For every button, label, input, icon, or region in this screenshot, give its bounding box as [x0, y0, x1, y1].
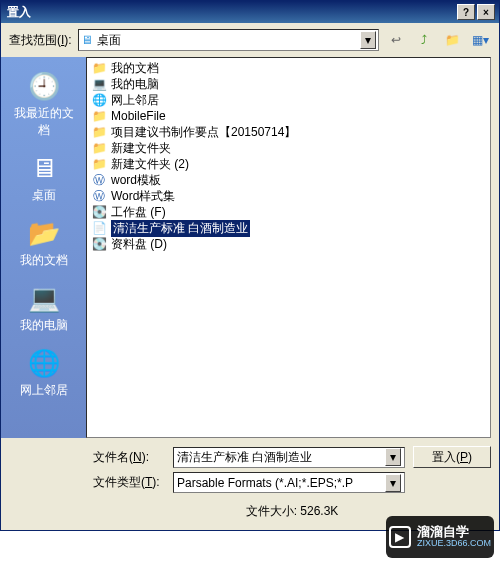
file-item[interactable]: 📁项目建议书制作要点【20150714】 [89, 124, 488, 140]
file-name: word模板 [111, 172, 161, 189]
lookin-toolbar: 查找范围(I): 🖥 桌面 ▾ ↩ ⤴ 📁 ▦▾ [1, 23, 499, 57]
computer-icon: 💻 [27, 281, 61, 315]
lookin-value: 桌面 [97, 32, 121, 49]
file-item[interactable]: 💻我的电脑 [89, 76, 488, 92]
file-name: 项目建议书制作要点【20150714】 [111, 124, 296, 141]
view-menu-icon[interactable]: ▦▾ [469, 29, 491, 51]
desktop-icon: 🖥 [27, 151, 61, 185]
chevron-down-icon[interactable]: ▾ [385, 474, 401, 492]
place-dialog: 置入 ? × 查找范围(I): 🖥 桌面 ▾ ↩ ⤴ 📁 ▦▾ 🕘 我最近的文档… [0, 0, 500, 531]
file-name: MobileFile [111, 109, 166, 123]
place-button[interactable]: 置入(P) [413, 446, 491, 468]
file-item[interactable]: ⓌWord样式集 [89, 188, 488, 204]
back-icon[interactable]: ↩ [385, 29, 407, 51]
recent-icon: 🕘 [27, 69, 61, 103]
file-type-icon: 📁 [91, 156, 107, 172]
filesize-value: 526.3K [300, 504, 338, 518]
file-name: 我的电脑 [111, 76, 159, 93]
watermark: ▶ 溜溜自学 ZIXUE.3D66.COM [386, 516, 494, 558]
filetype-label: 文件类型(T): [93, 474, 165, 491]
sidebar-item-computer[interactable]: 💻 我的电脑 [9, 277, 79, 338]
file-name: 工作盘 (F) [111, 204, 166, 221]
file-item[interactable]: 📁MobileFile [89, 108, 488, 124]
filetype-combo[interactable]: Parsable Formats (*.AI;*.EPS;*.P ▾ [173, 472, 405, 493]
file-type-icon: 📁 [91, 124, 107, 140]
file-type-icon: 🌐 [91, 92, 107, 108]
places-sidebar: 🕘 我最近的文档 🖥 桌面 📂 我的文档 💻 我的电脑 🌐 网上邻居 [1, 57, 86, 438]
sidebar-item-mydocs[interactable]: 📂 我的文档 [9, 212, 79, 273]
play-icon: ▶ [389, 526, 411, 548]
file-item[interactable]: 💽工作盘 (F) [89, 204, 488, 220]
chevron-down-icon[interactable]: ▾ [360, 31, 376, 49]
file-item[interactable]: 📁新建文件夹 (2) [89, 156, 488, 172]
file-name: 清洁生产标准 白酒制造业 [111, 220, 250, 237]
file-item[interactable]: 📁新建文件夹 [89, 140, 488, 156]
sidebar-item-network[interactable]: 🌐 网上邻居 [9, 342, 79, 403]
lookin-label: 查找范围(I): [9, 32, 72, 49]
file-name: 资料盘 (D) [111, 236, 167, 253]
chevron-down-icon[interactable]: ▾ [385, 448, 401, 466]
file-item[interactable]: 📄清洁生产标准 白酒制造业 [89, 220, 488, 236]
up-icon[interactable]: ⤴ [413, 29, 435, 51]
file-item[interactable]: Ⓦword模板 [89, 172, 488, 188]
new-folder-icon[interactable]: 📁 [441, 29, 463, 51]
file-name: 我的文档 [111, 60, 159, 77]
filename-label: 文件名(N): [93, 449, 165, 466]
file-item[interactable]: 🌐网上邻居 [89, 92, 488, 108]
network-icon: 🌐 [27, 346, 61, 380]
file-name: 新建文件夹 (2) [111, 156, 189, 173]
help-button[interactable]: ? [457, 4, 475, 20]
file-type-icon: Ⓦ [91, 188, 107, 204]
filename-input[interactable]: 清洁生产标准 白酒制造业 ▾ [173, 447, 405, 468]
file-type-icon: 💽 [91, 204, 107, 220]
file-type-icon: 💻 [91, 76, 107, 92]
file-type-icon: 💽 [91, 236, 107, 252]
file-name: 网上邻居 [111, 92, 159, 109]
file-type-icon: Ⓦ [91, 172, 107, 188]
lookin-combo[interactable]: 🖥 桌面 ▾ [78, 29, 379, 51]
file-type-icon: 📁 [91, 60, 107, 76]
mydocs-icon: 📂 [27, 216, 61, 250]
file-item[interactable]: 📁我的文档 [89, 60, 488, 76]
sidebar-item-recent[interactable]: 🕘 我最近的文档 [9, 65, 79, 143]
sidebar-item-desktop[interactable]: 🖥 桌面 [9, 147, 79, 208]
titlebar: 置入 ? × [1, 1, 499, 23]
file-item[interactable]: 💽资料盘 (D) [89, 236, 488, 252]
close-button[interactable]: × [477, 4, 495, 20]
file-name: 新建文件夹 [111, 140, 171, 157]
desktop-icon: 🖥 [81, 33, 93, 47]
file-type-icon: 📄 [91, 220, 107, 236]
file-type-icon: 📁 [91, 108, 107, 124]
file-type-icon: 📁 [91, 140, 107, 156]
file-list-area[interactable]: 📁我的文档💻我的电脑🌐网上邻居📁MobileFile📁项目建议书制作要点【201… [86, 57, 491, 438]
body: 🕘 我最近的文档 🖥 桌面 📂 我的文档 💻 我的电脑 🌐 网上邻居 📁我的文档… [1, 57, 499, 438]
file-name: Word样式集 [111, 188, 175, 205]
window-title: 置入 [5, 4, 455, 21]
